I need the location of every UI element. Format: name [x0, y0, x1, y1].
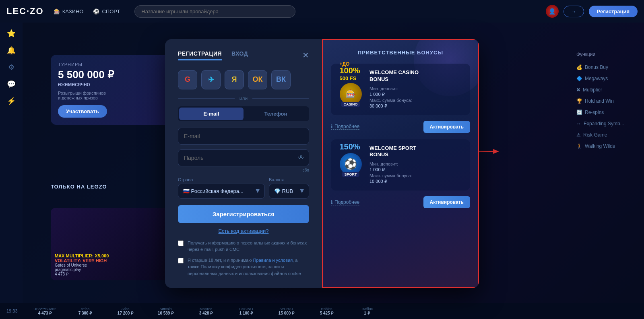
casino-fs: 500 FS: [340, 75, 362, 81]
casino-bonus-image: +ДО 100% 500 FS 🎰 CASINO: [336, 69, 365, 97]
divider-line-left: [178, 98, 235, 99]
divider-text: или: [239, 96, 248, 102]
checkbox-group: Получать информацию о персональных акция…: [178, 240, 309, 277]
email-input[interactable]: [178, 128, 309, 145]
casino-label-badge: CASINO: [341, 102, 360, 107]
password-wrapper: 👁: [178, 149, 309, 166]
modal-container: РЕГИСТРАЦИЯ ВХОД ✕ G ✈ Я ОК ВК или E-mai…: [165, 39, 479, 288]
sport-bonus-name: WELCOME SPORTBONUS: [369, 145, 464, 159]
tab-email[interactable]: E-mail: [179, 108, 244, 120]
sport-activate-button[interactable]: Активировать: [423, 196, 471, 208]
casino-percent: +ДО 100%: [340, 62, 362, 75]
casino-min-deposit-label: Мин. депозит:: [369, 86, 464, 91]
sport-max-bonus-label: Макс. сумма бонуса:: [369, 173, 464, 178]
sbp-hint: сбп: [178, 168, 309, 172]
casino-max-bonus-value: 30 000 ₽: [369, 104, 464, 109]
country-group: Страна 🇷🇺 Российская Федера... ▼: [178, 177, 265, 199]
modal-close-button[interactable]: ✕: [302, 50, 309, 60]
country-select-wrapper: 🇷🇺 Российская Федера... ▼: [178, 184, 265, 199]
casino-bonus-info: WELCOME CASINOBONUS Мин. депозит: 1 000 …: [369, 69, 464, 110]
tab-registration[interactable]: РЕГИСТРАЦИЯ: [178, 50, 222, 60]
tab-login[interactable]: ВХОД: [231, 50, 248, 60]
currency-label: Валюта: [269, 177, 309, 182]
currency-group: Валюта 💎 RUB ▼: [269, 177, 309, 199]
social-telegram-button[interactable]: ✈: [201, 70, 221, 89]
sport-label-badge: SPORT: [342, 172, 359, 177]
currency-select[interactable]: 💎 RUB: [269, 184, 309, 199]
country-currency-row: Страна 🇷🇺 Российская Федера... ▼ Валюта …: [178, 177, 309, 199]
casino-more-link[interactable]: ℹ Подробнее: [331, 124, 359, 130]
sport-bonus-image: 150% ⚽ SPORT: [336, 145, 365, 173]
sport-bonus-info: WELCOME SPORTBONUS Мин. депозит: 1 000 ₽…: [369, 145, 464, 185]
casino-max-bonus-label: Макс. сумма бонуса:: [369, 98, 464, 103]
terms-checkbox-item: Я старше 18 лет, и я принимаю Правила и …: [178, 257, 309, 277]
bonuses-title: ПРИВЕТСТВЕННЫЕ БОНУСЫ: [331, 50, 470, 56]
divider: или: [178, 96, 309, 102]
casino-activate-button[interactable]: Активировать: [423, 121, 471, 133]
sport-max-bonus-value: 10 000 ₽: [369, 179, 464, 184]
sport-percent: 150%: [340, 143, 362, 151]
promo-checkbox[interactable]: [178, 240, 184, 246]
password-input[interactable]: [178, 149, 309, 166]
sport-image-wrapper: 150% ⚽ SPORT: [340, 143, 362, 175]
terms-label: Я старше 18 лет, и я принимаю Правила и …: [188, 257, 309, 277]
casino-bonus-name: WELCOME CASINOBONUS: [369, 69, 464, 83]
activation-code-link[interactable]: Есть код активации?: [178, 228, 309, 234]
modal-tabs: РЕГИСТРАЦИЯ ВХОД ✕: [178, 50, 309, 60]
sport-min-deposit-label: Мин. депозит:: [369, 162, 464, 166]
password-toggle-icon[interactable]: 👁: [298, 154, 304, 162]
casino-percent-value: 100%: [340, 66, 362, 75]
social-yandex-button[interactable]: Я: [225, 70, 244, 89]
country-select[interactable]: 🇷🇺 Российская Федера...: [178, 184, 265, 199]
sport-bonus-card: 150% ⚽ SPORT WELCOME SPORTBONUS Мин. деп…: [331, 139, 470, 191]
social-ok-button[interactable]: ОК: [248, 70, 267, 89]
register-submit-button[interactable]: Зарегистрироваться: [178, 205, 309, 223]
currency-select-wrapper: 💎 RUB ▼: [269, 184, 309, 199]
country-label: Страна: [178, 177, 265, 182]
promo-label: Получать информацию о персональных акция…: [188, 240, 309, 253]
sport-min-deposit-value: 1 000 ₽: [369, 167, 464, 172]
sport-bonus-actions: ℹ Подробнее Активировать: [331, 196, 470, 208]
tab-phone[interactable]: Телефон: [244, 108, 308, 120]
social-buttons: G ✈ Я ОК ВК: [178, 70, 309, 89]
terms-link[interactable]: Правила и условия: [253, 258, 293, 263]
sport-more-link[interactable]: ℹ Подробнее: [331, 199, 359, 205]
casino-bonus-actions: ℹ Подробнее Активировать: [331, 121, 470, 133]
divider-line-right: [252, 98, 309, 99]
casino-plus-label: +ДО: [340, 62, 362, 66]
registration-panel: РЕГИСТРАЦИЯ ВХОД ✕ G ✈ Я ОК ВК или E-mai…: [165, 39, 322, 288]
input-type-tabs: E-mail Телефон: [178, 106, 309, 121]
social-google-button[interactable]: G: [178, 70, 197, 89]
social-vk-button[interactable]: ВК: [271, 70, 291, 89]
modal-overlay: РЕГИСТРАЦИЯ ВХОД ✕ G ✈ Я ОК ВК или E-mai…: [0, 0, 644, 319]
casino-bonus-card: +ДО 100% 500 FS 🎰 CASINO WELCOME CASINOB…: [331, 64, 470, 115]
casino-image-wrapper: +ДО 100% 500 FS 🎰 CASINO: [340, 62, 362, 105]
promo-checkbox-item: Получать информацию о персональных акция…: [178, 240, 309, 253]
bonuses-panel: ПРИВЕТСТВЕННЫЕ БОНУСЫ +ДО 100% 500 FS 🎰 …: [322, 39, 479, 288]
terms-checkbox[interactable]: [178, 258, 184, 263]
casino-min-deposit-value: 1 000 ₽: [369, 92, 464, 97]
